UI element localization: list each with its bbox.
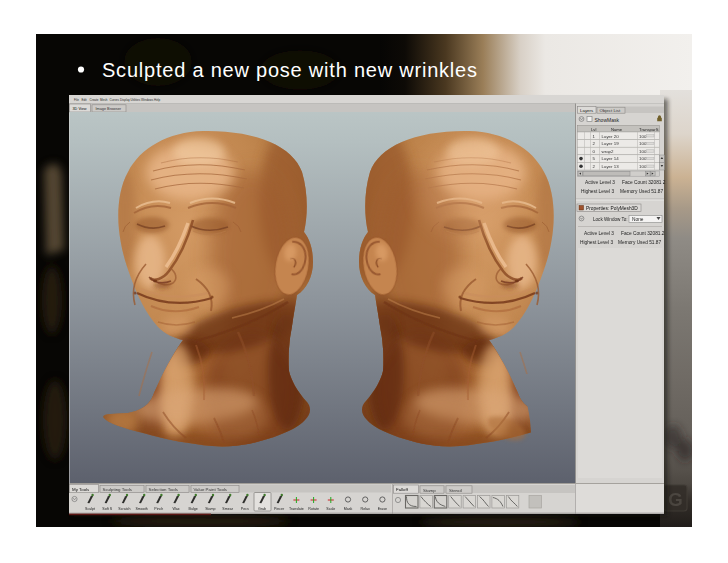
svg-text:Stamp: Stamp [423,488,436,493]
svg-text:Layer 13: Layer 13 [602,164,620,169]
svg-text:wrap2: wrap2 [602,149,615,154]
svg-text:Value Paint Tools: Value Paint Tools [194,487,228,492]
svg-text:Falloff: Falloff [396,487,409,492]
svg-text:Pecs: Pecs [241,507,249,511]
svg-text:Sculpting Tools: Sculpting Tools [103,487,133,492]
svg-text:100: 100 [639,156,647,161]
svg-text:Name: Name [611,127,623,132]
svg-text:Active Level 3: Active Level 3 [585,180,615,185]
svg-text:Rotate: Rotate [308,507,319,511]
svg-text:Highest Level 3: Highest Level 3 [581,189,614,194]
svg-text:Help: Help [154,98,161,102]
svg-text:100: 100 [639,134,647,139]
svg-text:Mesh: Mesh [100,98,108,102]
svg-text:Layer 20: Layer 20 [602,134,620,139]
svg-text:Sculpted a new pose with new w: Sculpted a new pose with new wrinkles [102,59,477,81]
svg-text:Pinch: Pinch [154,507,163,511]
svg-text:Smear: Smear [222,507,233,511]
svg-text:Object List: Object List [600,108,622,113]
svg-text:Layers: Layers [580,108,594,113]
svg-text:Stamp: Stamp [205,507,215,511]
svg-text:3D View: 3D View [73,107,87,111]
svg-text:Lvl: Lvl [591,127,596,132]
svg-text:100: 100 [639,149,647,154]
svg-text:Erase: Erase [378,507,387,511]
svg-text:Bulge: Bulge [189,507,198,511]
svg-text:Soft S: Soft S [102,507,112,511]
svg-text:None: None [632,217,644,222]
svg-text:Layer 14: Layer 14 [602,156,620,161]
svg-text:Stencil: Stencil [449,488,462,493]
svg-text:Image Browser: Image Browser [96,107,122,111]
svg-text:Face Count 32081.2: Face Count 32081.2 [621,231,665,236]
svg-text:My Tools: My Tools [72,487,90,492]
svg-text:Scale: Scale [326,507,335,511]
svg-text:S: S [656,127,659,132]
svg-text:100: 100 [639,164,647,169]
svg-text:File: File [74,98,79,102]
svg-text:Scratch: Scratch [118,507,130,511]
svg-text:ShowMask: ShowMask [595,117,620,123]
svg-text:Windows: Windows [141,98,154,102]
svg-text:Layer 19: Layer 19 [602,141,620,146]
svg-text:G: G [668,489,683,510]
svg-text:Active Level 3: Active Level 3 [584,231,614,236]
svg-text:Highest Level 3: Highest Level 3 [580,240,613,245]
svg-text:Curves: Curves [110,98,120,102]
svg-text:Memory Used 51.87: Memory Used 51.87 [620,189,664,194]
svg-text:Translate: Translate [289,507,304,511]
svg-text:Properties: PolyMesh3D: Properties: PolyMesh3D [586,206,638,211]
svg-text:Mask: Mask [344,507,353,511]
svg-text:Edit: Edit [82,98,87,102]
svg-text:Utilities: Utilities [131,98,141,102]
svg-text:Grab: Grab [258,507,266,511]
svg-text:Sculpt: Sculpt [85,507,95,511]
svg-text:Face Count 32081 2: Face Count 32081 2 [622,180,666,185]
svg-text:Relax: Relax [361,507,370,511]
svg-text:Transpar: Transpar [639,127,656,132]
svg-text:Selection Tools: Selection Tools [149,487,179,492]
svg-text:Smooth: Smooth [135,507,147,511]
svg-text:Memory Used 51.87: Memory Used 51.87 [618,240,662,245]
svg-text:Create: Create [90,98,99,102]
svg-text:Display: Display [120,98,130,102]
svg-text:Lock Window To:: Lock Window To: [593,217,628,222]
svg-text:100: 100 [639,141,647,146]
svg-text:Wax: Wax [172,507,179,511]
svg-text:Pincer: Pincer [274,507,285,511]
